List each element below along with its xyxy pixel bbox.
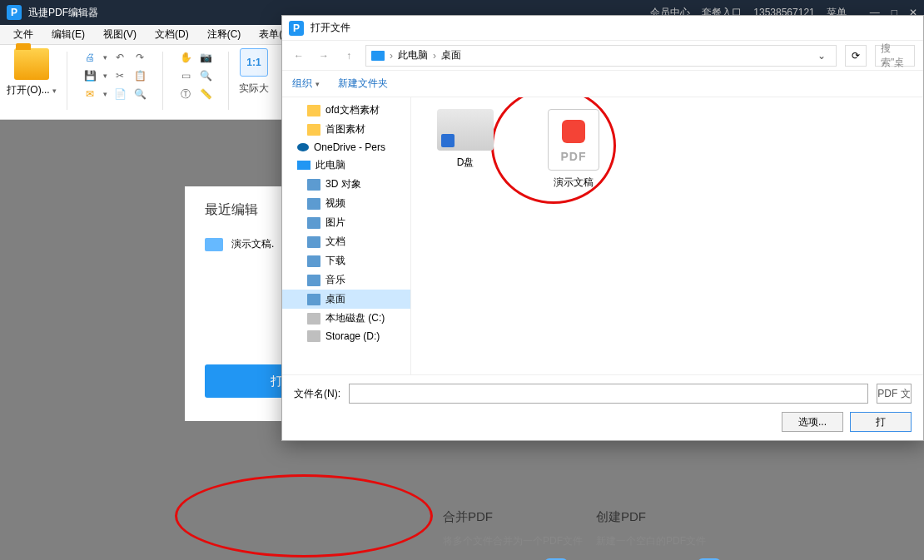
merge-desc: 将多个文件合并为一个PDF文件 [443, 533, 584, 548]
chevron-down-icon[interactable]: ▾ [103, 72, 107, 80]
tree-item-label: Storage (D:) [325, 330, 380, 342]
tree-item-label: ofd文档素材 [325, 103, 380, 117]
organize-menu[interactable]: 组织 ▾ [292, 77, 320, 91]
file-item-drive[interactable]: D盘 [428, 109, 503, 170]
tree-item-label: 文档 [325, 235, 345, 249]
fit-11-icon: 1:1 [240, 48, 268, 77]
print-icon[interactable]: 🖨 [82, 50, 97, 65]
nav-back-button[interactable]: ← [291, 47, 307, 64]
breadcrumb-drop[interactable]: ⌄ [812, 50, 831, 62]
tree-item[interactable]: 此电脑 [282, 156, 410, 175]
file-item-pdf[interactable]: PDF 演示文稿 [536, 109, 611, 190]
nav-up-button[interactable]: ↑ [340, 47, 357, 64]
tree-item[interactable]: ofd文档素材 [282, 101, 410, 120]
breadcrumb-sep: › [390, 50, 393, 62]
options-button[interactable]: 选项... [782, 412, 843, 432]
tree-item-label: 桌面 [325, 292, 345, 306]
tree-item[interactable]: 本地磁盘 (C:) [282, 309, 410, 328]
tree-item-label: 视频 [325, 196, 345, 211]
mail-icon[interactable]: ✉ [82, 87, 97, 102]
select-icon[interactable]: ▭ [178, 68, 193, 83]
tree-item-label: 此电脑 [315, 158, 345, 172]
disk-icon [307, 330, 320, 342]
filetype-select[interactable]: PDF 文 [877, 384, 912, 404]
gen-icon [307, 275, 320, 286]
tree-item-label: 下载 [325, 254, 345, 268]
cut-icon[interactable]: ✂ [112, 68, 127, 83]
tree-item[interactable]: Storage (D:) [282, 328, 410, 344]
zoom-icon[interactable]: 🔍 [198, 68, 213, 83]
open-button[interactable]: 打开(O)...▾ [7, 48, 57, 97]
tree-item[interactable]: 视频 [282, 194, 410, 213]
hand-icon[interactable]: ✋ [178, 50, 193, 65]
app-icon: P [7, 5, 22, 20]
tree-item[interactable]: 3D 对象 [282, 175, 410, 194]
tree-item[interactable]: 桌面 [282, 290, 410, 309]
folder-tree[interactable]: ofd文档素材首图素材OneDrive - Pers此电脑3D 对象视频图片文档… [282, 97, 411, 374]
tree-item[interactable]: 首图素材 [282, 120, 410, 139]
text-select-icon[interactable]: Ⓣ [178, 87, 193, 102]
chevron-down-icon: ▾ [315, 80, 320, 88]
dialog-toolbar: 组织 ▾ 新建文件夹 [282, 71, 923, 97]
new-folder-button[interactable]: 新建文件夹 [338, 77, 388, 91]
gen-icon [307, 255, 320, 267]
menu-annotate[interactable]: 注释(C) [201, 26, 248, 43]
menu-edit[interactable]: 编辑(E) [45, 26, 92, 43]
actual-size-button[interactable]: 1:1 实际大 [239, 48, 269, 96]
copy-icon[interactable]: 📄 [112, 87, 127, 102]
pc-icon [371, 51, 385, 61]
search-icon[interactable]: 🔍 [132, 87, 147, 102]
measure-icon[interactable]: 📏 [198, 87, 213, 102]
dialog-title: 打开文件 [310, 21, 350, 35]
breadcrumb[interactable]: › 此电脑 › 桌面 ⌄ [365, 45, 837, 67]
save-icon[interactable]: 💾 [82, 68, 97, 83]
tree-item[interactable]: 文档 [282, 232, 410, 251]
chevron-down-icon[interactable]: ▾ [103, 53, 107, 62]
redo-icon[interactable]: ↷ [132, 50, 147, 65]
chevron-down-icon: ▾ [52, 87, 57, 95]
tree-item[interactable]: OneDrive - Pers [282, 139, 410, 156]
search-input[interactable]: 搜索"桌 [875, 45, 915, 67]
file-icon [205, 238, 223, 251]
gen-icon [307, 217, 320, 229]
menu-view[interactable]: 视图(V) [97, 26, 143, 43]
separator [228, 52, 229, 110]
filename-label: 文件名(N): [294, 387, 340, 401]
nav-forward-button[interactable]: → [315, 47, 332, 64]
breadcrumb-root[interactable]: 此电脑 [398, 48, 428, 62]
paste-icon[interactable]: 📋 [132, 68, 147, 83]
dialog-title-bar: P 打开文件 [282, 16, 923, 41]
file-open-dialog: P 打开文件 ← → ↑ › 此电脑 › 桌面 ⌄ ⟳ 搜索"桌 组织 ▾ 新建… [281, 15, 924, 441]
open-button[interactable]: 打 [850, 412, 912, 432]
snapshot-icon[interactable]: 📷 [198, 50, 213, 65]
disk-icon [307, 313, 320, 325]
pdf-icon: PDF [548, 109, 599, 171]
filename-input[interactable] [349, 384, 868, 404]
breadcrumb-current[interactable]: 桌面 [441, 48, 461, 62]
merge-title: 合并PDF [443, 509, 584, 525]
menu-file[interactable]: 文件 [7, 26, 40, 43]
search-placeholder: 搜索"桌 [881, 42, 909, 70]
folder-open-icon [14, 48, 49, 80]
gen-icon [307, 294, 320, 305]
undo-icon[interactable]: ↶ [112, 50, 127, 65]
breadcrumb-sep: › [433, 50, 436, 62]
chevron-down-icon[interactable]: ▾ [103, 90, 107, 98]
file-label: D盘 [457, 156, 474, 170]
pc-icon [297, 161, 310, 170]
tree-item-label: OneDrive - Pers [314, 141, 385, 153]
gen-icon [307, 198, 320, 210]
actual-size-label: 实际大 [239, 82, 269, 96]
tree-item-label: 图片 [325, 216, 345, 230]
recent-item-name: 演示文稿. [231, 237, 274, 251]
tree-item[interactable]: 音乐 [282, 270, 410, 290]
refresh-button[interactable]: ⟳ [845, 45, 867, 67]
fold-icon [307, 105, 320, 116]
tree-item[interactable]: 图片 [282, 213, 410, 232]
menu-document[interactable]: 文档(D) [148, 26, 196, 43]
create-desc: 新建一个空白的PDF文件 [596, 533, 738, 548]
fold-icon [307, 124, 320, 136]
open-label: 打开(O)... [7, 83, 49, 97]
file-list[interactable]: D盘 PDF 演示文稿 [411, 97, 923, 374]
tree-item[interactable]: 下载 [282, 251, 410, 270]
